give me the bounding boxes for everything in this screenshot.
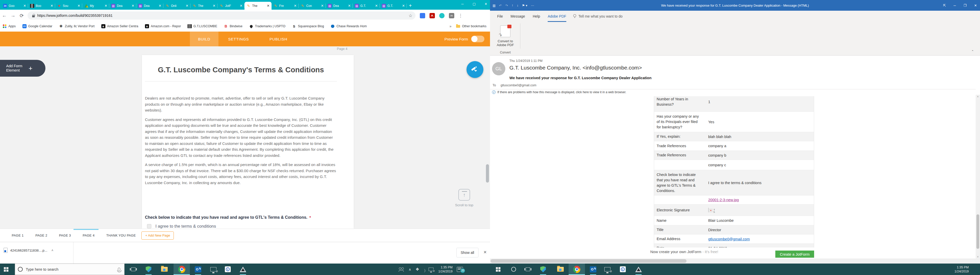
taskbar-afterburner[interactable] <box>237 264 249 275</box>
other-bookmarks[interactable]: Other bookmarks <box>456 24 487 28</box>
page-tab-3[interactable]: PAGE 3 <box>59 234 71 237</box>
browser-tab[interactable]: 24Goo✕ <box>1 2 28 9</box>
close-tab-icon[interactable]: ✕ <box>374 4 379 8</box>
action-center-icon[interactable]: 20 <box>457 267 463 272</box>
close-tab-icon[interactable]: ✕ <box>23 4 27 8</box>
close-tab-icon[interactable]: ✕ <box>104 4 108 8</box>
page-tab-1[interactable]: PAGE 1 <box>12 234 24 237</box>
browser-tab[interactable]: My✕ <box>82 2 109 9</box>
bookmark-star-icon[interactable]: ☆ <box>409 13 412 18</box>
refresh-icon[interactable]: ⟳ <box>18 13 26 19</box>
scrollbar-thumb[interactable] <box>977 214 979 249</box>
save-icon[interactable]: ▥ <box>493 3 496 7</box>
people-icon[interactable] <box>399 267 404 272</box>
bookmark-google-calendar[interactable]: 23Google Calendar <box>22 24 52 28</box>
taskbar-chrome-active[interactable] <box>173 264 190 275</box>
close-tab-icon[interactable]: ✕ <box>77 4 81 8</box>
tab-settings[interactable]: SETTINGS <box>228 32 249 46</box>
close-tab-icon[interactable]: ✕ <box>293 4 298 8</box>
terms-paragraph[interactable]: Customer agrees and represents all infor… <box>145 117 337 159</box>
collapse-ribbon-icon[interactable]: ⌃ <box>971 50 974 53</box>
taskbar-file-explorer-2[interactable] <box>554 264 566 275</box>
recipient-address[interactable]: gtluscombe0@gmail.com <box>501 84 536 87</box>
tab-build[interactable]: BUILD <box>190 32 218 46</box>
bookmark-squarespace[interactable]: SSquarespace Blog <box>292 24 324 28</box>
page-tab-2[interactable]: PAGE 2 <box>35 234 48 237</box>
tab-publish[interactable]: PUBLISH <box>269 32 287 46</box>
convert-to-adobe-pdf-button[interactable]: Convert to Adobe PDF <box>493 24 517 51</box>
bookmark-amazon-reports[interactable]: aAmazon.com - Repor <box>145 24 181 28</box>
close-tab-icon[interactable]: ✕ <box>266 4 270 8</box>
taskbar-file-explorer[interactable] <box>158 264 170 275</box>
previous-item-icon[interactable]: ↑ <box>512 3 513 7</box>
tab-help[interactable]: Help <box>533 11 540 22</box>
ribbon-pin-icon[interactable]: ⇱ <box>943 3 946 7</box>
browser-tab[interactable]: G.T.✕ <box>380 2 407 9</box>
tab-message[interactable]: Message <box>511 11 525 22</box>
close-download-bar-icon[interactable]: ✕ <box>484 250 487 254</box>
taskbar-defender-2[interactable] <box>537 264 549 275</box>
horizontal-scrollbar-thumb[interactable] <box>490 259 687 263</box>
add-new-page-button[interactable]: + Add New Page <box>142 231 174 240</box>
dropbox-icon[interactable]: ❖ <box>415 267 419 272</box>
email-scrollbar[interactable]: ∧ ∨ <box>976 95 980 258</box>
scroll-up-icon[interactable]: ∧ <box>976 95 980 98</box>
customize-qat-icon[interactable]: ⋯ <box>531 3 534 7</box>
minimize-icon[interactable]: ─ <box>953 3 956 7</box>
browser-tab[interactable]: ✎Con✕ <box>299 2 326 9</box>
message-display-warning[interactable]: i If there are problems with how this me… <box>490 89 976 95</box>
bookmark-apps[interactable]: Apps <box>3 24 16 28</box>
taskbar-outlook[interactable] <box>192 264 204 275</box>
browser-tab[interactable]: Boo✕ <box>28 2 55 9</box>
taskbar-quicken[interactable]: 1 <box>221 264 234 275</box>
next-item-icon[interactable]: ↓ <box>517 3 518 7</box>
taskbar-search[interactable] <box>15 264 124 275</box>
url-text[interactable]: https://www.jotform.com/build/9023553971… <box>37 14 409 17</box>
add-form-element-button[interactable]: Add Form Element + <box>0 60 45 77</box>
tab-adobe-pdf[interactable]: Adobe PDF <box>548 11 566 22</box>
close-tab-icon[interactable]: ✕ <box>347 4 352 8</box>
address-bar[interactable]: https://www.jotform.com/build/9023553971… <box>27 11 415 20</box>
browser-tab[interactable]: ✎JotF✕ <box>218 2 245 9</box>
page-tab-4-active[interactable]: PAGE 4 <box>83 234 95 237</box>
close-tab-icon[interactable]: ✕ <box>239 4 243 8</box>
close-tab-icon[interactable]: ✕ <box>158 4 162 8</box>
close-icon[interactable]: ✕ <box>974 3 977 7</box>
undo-icon[interactable]: ↶ <box>499 3 502 7</box>
close-icon[interactable]: ✕ <box>484 2 488 6</box>
create-jotform-button[interactable]: Create a JotForm <box>775 251 814 258</box>
browser-tab[interactable]: ✎The✕ <box>190 2 218 9</box>
task-view-button-2[interactable] <box>522 264 534 275</box>
taskbar-chrome-active-2[interactable] <box>569 264 585 275</box>
bookmark-amazon-seller[interactable]: aAmazon Seller Centra <box>101 24 138 28</box>
microphone-icon[interactable] <box>118 268 120 271</box>
taskbar-quicken-2[interactable]: 1 <box>617 264 629 275</box>
taskbar-clock[interactable]: 1:35 PM1/24/2019 <box>438 266 453 273</box>
forward-icon[interactable]: → <box>9 13 18 18</box>
terms-paragraph[interactable]: A service charge of 1.5% per month, whic… <box>145 162 337 186</box>
start-button-2[interactable] <box>492 264 504 275</box>
scroll-to-top-button[interactable]: ↑ <box>458 189 470 201</box>
attachment-link[interactable]: 20001-2-3-new.jpg <box>708 198 739 202</box>
back-icon[interactable]: ← <box>0 13 9 18</box>
email-sender[interactable]: G.T. Luscombe Company, Inc. <info@gtlusc… <box>509 65 642 71</box>
minimize-icon[interactable]: ─ <box>460 2 465 6</box>
broken-image-placeholder[interactable]: ✕Th <box>708 208 709 212</box>
browser-tab-active[interactable]: ✎The✕ <box>245 2 272 9</box>
search-input[interactable] <box>26 267 118 272</box>
restore-icon[interactable]: ❐ <box>963 3 966 7</box>
extension-icon[interactable]: m <box>449 13 454 18</box>
network-icon[interactable] <box>428 268 433 271</box>
agree-question-label[interactable]: Check below to indicate that you have re… <box>145 215 337 220</box>
start-button[interactable] <box>0 264 12 275</box>
cortana-button-2[interactable] <box>508 264 520 275</box>
redo-icon[interactable]: ↷ <box>505 3 508 7</box>
email-address-link[interactable]: gtluscombe0@gmail.com <box>708 237 750 241</box>
close-tab-icon[interactable]: ✕ <box>401 4 406 8</box>
form-designer-button[interactable] <box>466 61 484 78</box>
taskbar-clock[interactable]: 1:35 PM1/24/2019 <box>955 266 969 273</box>
task-view-button[interactable] <box>127 264 139 275</box>
bookmarks-overflow-chevron[interactable]: » <box>449 24 452 28</box>
sender-avatar[interactable]: GL <box>492 62 505 75</box>
scroll-down-icon[interactable]: ∨ <box>976 255 980 258</box>
